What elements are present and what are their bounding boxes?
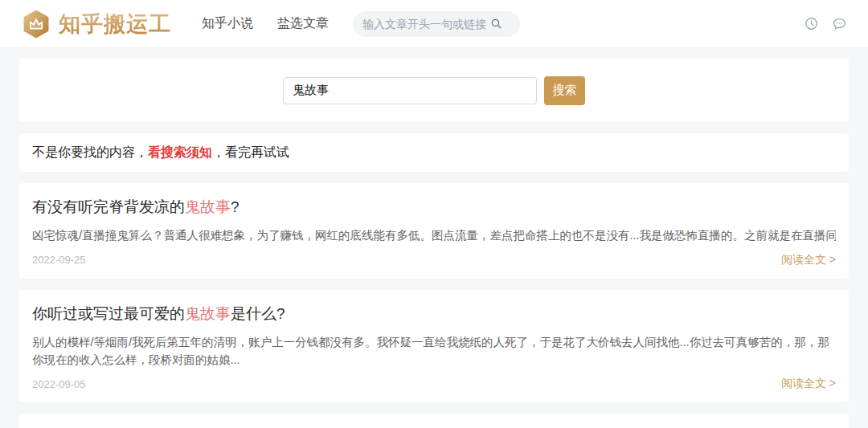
result-footer: 2022-09-05 阅读全文 > <box>32 377 836 391</box>
hexagon-crown-icon <box>21 9 51 39</box>
nav-item-salt-articles[interactable]: 盐选文章 <box>277 15 329 32</box>
result-date: 2022-09-05 <box>32 378 86 390</box>
title-text: ? <box>231 198 240 215</box>
header-search-input[interactable] <box>362 18 489 31</box>
result-card: 有没有听完脊背发凉的鬼故事? 凶宅惊魂/直播撞鬼算么？普通人很难想象，为了赚钱，… <box>19 183 849 279</box>
read-full-text-link[interactable]: 阅读全文 > <box>781 253 836 267</box>
header: 知乎搬运工 知乎小说 盐选文章 <box>0 0 868 48</box>
nav-item-zhihu-novel[interactable]: 知乎小说 <box>202 15 253 32</box>
title-keyword-highlight: 鬼故事 <box>185 305 231 322</box>
result-card: 你听过或写过最可爱的鬼故事是什么? 别人的模样/等烟雨/我死后第五年的清明，账户… <box>19 290 849 403</box>
notice-text-post: ，看完再试试 <box>212 145 289 161</box>
notice-bar: 不是你要找的内容， 看搜索须知 ，看完再试试 <box>19 133 849 172</box>
search-button[interactable]: 搜索 <box>544 76 585 105</box>
result-footer: 2022-09-25 阅读全文 > <box>32 253 836 267</box>
search-card: 搜索 <box>19 59 849 122</box>
title-text: 你听过或写过最可爱的 <box>32 305 185 322</box>
search-icon[interactable] <box>489 17 503 31</box>
result-title-link[interactable]: 你听过或写过最可爱的鬼故事是什么? <box>32 304 836 324</box>
main-content: 搜索 不是你要找的内容， 看搜索须知 ，看完再试试 有没有听完脊背发凉的鬼故事?… <box>0 48 868 428</box>
main-nav: 知乎小说 盐选文章 <box>202 15 329 32</box>
notice-rules-link[interactable]: 看搜索须知 <box>148 145 212 161</box>
title-keyword-highlight: 鬼故事 <box>185 198 231 215</box>
title-text: 有没有听完脊背发凉的 <box>32 198 185 215</box>
search-query-input[interactable] <box>283 77 537 104</box>
history-clock-icon[interactable] <box>804 16 819 31</box>
read-full-text-link[interactable]: 阅读全文 > <box>781 377 836 391</box>
snippet-text: 凶宅惊魂/直播撞鬼算么？普通人很难想象，为了赚钱，网红的底线能有多低。图点流量，… <box>32 229 836 242</box>
result-card: 有什么让人听了脊背发凉的鬼故事? <box>19 414 849 428</box>
brand-title: 知乎搬运工 <box>59 10 171 39</box>
brand-logo[interactable]: 知乎搬运工 <box>21 9 171 39</box>
result-date: 2022-09-25 <box>32 254 86 266</box>
notice-text-pre: 不是你要找的内容， <box>32 145 148 161</box>
result-title-link[interactable]: 有没有听完脊背发凉的鬼故事? <box>32 197 836 218</box>
title-text: 是什么? <box>231 305 285 322</box>
result-snippet: 别人的模样/等烟雨/我死后第五年的清明，账户上一分钱都没有多。我怀疑一直给我烧纸… <box>32 334 836 369</box>
snippet-text: 别人的模样/等烟雨/我死后第五年的清明，账户上一分钱都没有多。我怀疑一直给我烧纸… <box>32 336 829 366</box>
header-actions <box>804 16 847 31</box>
header-search-pill[interactable] <box>353 11 520 37</box>
result-snippet: 凶宅惊魂/直播撞鬼算么？普通人很难想象，为了赚钱，网红的底线能有多低。图点流量，… <box>32 227 836 245</box>
feedback-chat-icon[interactable] <box>832 16 847 31</box>
